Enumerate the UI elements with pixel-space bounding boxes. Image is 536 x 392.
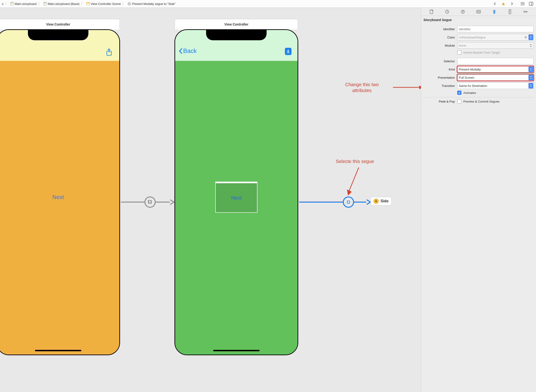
annotation-line2: attributes xyxy=(345,88,379,93)
phone-scene-1[interactable]: View Controller Next xyxy=(0,20,120,355)
annotation-line1: Change this two xyxy=(345,82,379,88)
annotation-arrow-down xyxy=(345,166,364,196)
chevron-updown-icon xyxy=(528,75,533,80)
side-scene-reference[interactable]: Side xyxy=(370,197,392,205)
share-icon[interactable] xyxy=(106,48,112,57)
crumb-separator: 〉 xyxy=(38,1,42,6)
inspector-panel: Storyboard Segue Identifier Class UIStor… xyxy=(421,8,536,392)
identity-inspector-tab[interactable] xyxy=(475,9,482,14)
phone-notch xyxy=(28,29,88,40)
segue-line xyxy=(299,202,343,203)
class-jump-icon[interactable] xyxy=(523,36,528,39)
segue-gray[interactable] xyxy=(121,196,175,208)
segue-blue-selected[interactable] xyxy=(299,196,371,208)
crumb-text: Main.storyboard xyxy=(15,2,37,6)
svg-rect-8 xyxy=(503,3,504,4)
identifier-label: Identifier xyxy=(423,27,457,31)
side-chip-label: Side xyxy=(381,199,388,203)
animates-checkbox[interactable] xyxy=(457,91,461,95)
viewcontroller-chip-icon xyxy=(373,199,379,204)
editor-toolbar-right xyxy=(493,2,534,6)
presentation-select[interactable]: Full Screen xyxy=(457,74,534,81)
size-inspector-tab[interactable] xyxy=(507,9,513,14)
segue-line xyxy=(156,202,170,203)
adjust-editor-icon[interactable] xyxy=(529,2,533,6)
chevron-updown-icon xyxy=(528,43,533,48)
kind-value: Present Modally xyxy=(459,68,481,71)
identifier-input[interactable] xyxy=(457,26,534,32)
crumb-main-storyboard[interactable]: Main.storyboard xyxy=(10,2,37,6)
divider xyxy=(423,97,534,98)
segue-line xyxy=(354,202,366,203)
crumb-text: View Controller Scene xyxy=(91,2,121,6)
issues-warning-icon[interactable] xyxy=(501,2,506,6)
container-label: Next xyxy=(231,195,241,201)
class-select[interactable]: UIStoryboardSegue xyxy=(457,34,534,41)
presentation-value: Full Screen xyxy=(459,76,474,79)
attributes-inspector-tab[interactable] xyxy=(491,9,498,14)
back-label: Back xyxy=(183,47,197,55)
selector-input[interactable] xyxy=(457,58,534,64)
phone-frame: Next xyxy=(0,29,120,355)
svg-point-20 xyxy=(375,201,377,202)
help-inspector-tab[interactable] xyxy=(459,9,466,14)
jump-bar: s 〉 Main.storyboard 〉 Main.storyboard (B… xyxy=(0,0,536,8)
nav-back-icon[interactable] xyxy=(493,2,497,6)
inspector-blank-area xyxy=(421,109,536,392)
scene-title[interactable]: View Controller xyxy=(0,19,120,29)
history-inspector-tab[interactable] xyxy=(444,9,450,14)
connections-inspector-tab[interactable] xyxy=(522,9,529,14)
scene-icon xyxy=(86,2,90,6)
inherit-module-label: Inherit Module From Target xyxy=(463,51,500,54)
crumb-segue[interactable]: Present Modally segue to "Side" xyxy=(127,2,176,6)
chevron-updown-icon xyxy=(528,83,533,89)
transition-label: Transition xyxy=(423,84,457,88)
peekpop-checkbox[interactable] xyxy=(457,99,461,103)
crumb-text: s xyxy=(2,2,4,6)
nav-forward-icon[interactable] xyxy=(510,2,514,6)
storyboard-file-icon xyxy=(43,2,47,6)
svg-point-6 xyxy=(128,2,131,5)
storyboard-canvas[interactable]: View Controller Next xyxy=(0,8,421,392)
back-button[interactable]: Back xyxy=(178,47,197,55)
module-label: Module xyxy=(423,44,457,47)
container-view[interactable]: Next xyxy=(215,182,258,213)
svg-rect-23 xyxy=(430,10,433,14)
home-indicator xyxy=(213,350,259,351)
svg-rect-5 xyxy=(86,3,89,3)
chevron-left-icon xyxy=(178,47,183,55)
transition-select[interactable]: Same As Destination xyxy=(457,82,534,89)
svg-rect-3 xyxy=(44,3,46,3)
chevron-updown-icon xyxy=(528,34,533,40)
module-value: None xyxy=(459,44,466,47)
kind-select[interactable]: Present Modally xyxy=(457,66,534,73)
crumb-main-storyboard-base[interactable]: Main.storyboard (Base) xyxy=(43,2,80,6)
phone-frame: Back Next xyxy=(174,29,298,355)
annotation-change-attributes: Change this two attributes xyxy=(345,82,379,93)
outline-toggle-icon[interactable] xyxy=(521,2,525,6)
svg-rect-19 xyxy=(347,201,349,203)
chevron-updown-icon xyxy=(528,66,533,72)
download-icon[interactable] xyxy=(285,48,292,55)
segue-node-icon[interactable] xyxy=(144,196,156,208)
annotation-arrow-right xyxy=(393,84,421,91)
crumb-truncated[interactable]: s xyxy=(2,2,4,6)
crumb-vc-scene[interactable]: View Controller Scene xyxy=(86,2,121,6)
phone-body xyxy=(0,61,119,355)
segue-line xyxy=(121,202,144,203)
class-label: Class xyxy=(423,36,457,39)
svg-point-26 xyxy=(463,13,463,13)
file-inspector-tab[interactable] xyxy=(428,9,435,14)
segue-node-icon[interactable] xyxy=(343,196,354,208)
inherit-module-checkbox[interactable] xyxy=(457,50,461,55)
presentation-label: Presentation xyxy=(423,76,457,79)
next-button[interactable]: Next xyxy=(52,194,64,201)
phone-notch xyxy=(206,29,267,40)
module-select[interactable]: None xyxy=(457,42,534,49)
svg-point-35 xyxy=(524,11,526,13)
svg-rect-31 xyxy=(509,9,511,14)
svg-rect-1 xyxy=(11,3,13,3)
scene-title[interactable]: View Controller xyxy=(175,19,298,29)
svg-rect-7 xyxy=(129,3,130,5)
phone-scene-2[interactable]: View Controller Back xyxy=(174,20,298,355)
